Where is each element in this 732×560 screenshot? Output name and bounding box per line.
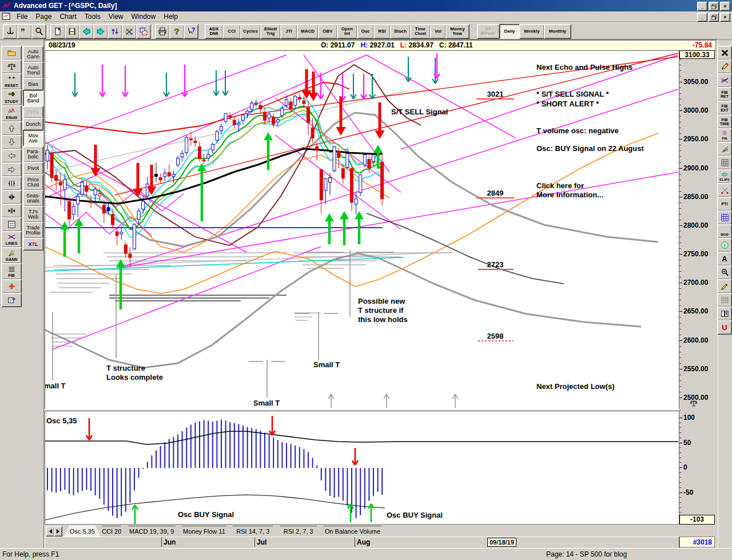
child-close-button[interactable]: × (720, 13, 730, 22)
scales-button[interactable] (1, 59, 22, 74)
tool-auto-gann[interactable]: Auto Gann (23, 46, 43, 62)
quote-button[interactable]: ” (17, 24, 32, 39)
indicator-rsi[interactable]: RSI (373, 24, 391, 39)
period-monthly[interactable]: Monthly (544, 24, 571, 39)
indicator-adx-dmi[interactable]: ADX DMI (205, 24, 223, 39)
tab-scroll-left[interactable] (46, 526, 54, 537)
delete-button[interactable] (122, 24, 137, 39)
report-button[interactable] (717, 307, 732, 321)
tab-rsi-2-7-3[interactable]: RSI 2, 7, 3 (275, 526, 322, 537)
arrow-up-button[interactable] (1, 121, 22, 136)
tab-scroll-right[interactable] (54, 526, 62, 537)
menu-chart[interactable]: Chart (55, 12, 80, 21)
child-restore-button[interactable] (709, 13, 719, 22)
indicator-money-flow[interactable]: Money flow (445, 24, 470, 39)
tab-money-flow-11[interactable]: Money Flow 11 (177, 526, 232, 537)
oscillator-canvas[interactable]: Osc 5,35Osc BUY SignalOsc BUY Signal (45, 411, 679, 525)
menu-window[interactable]: Window (128, 12, 160, 21)
info-button[interactable]: i (717, 238, 732, 252)
print-button[interactable] (155, 24, 170, 39)
bar-spacing-button[interactable] (1, 176, 22, 190)
child-minimize-button[interactable]: _ (697, 13, 707, 22)
arrow-right-button[interactable] (1, 162, 22, 177)
indicator-vol[interactable]: Vol (430, 24, 446, 39)
tool-xtl[interactable]: XTL (23, 238, 43, 251)
bluegrid-button[interactable] (717, 211, 732, 225)
new-page-button[interactable] (50, 24, 65, 39)
switch-button[interactable] (136, 24, 151, 39)
marker-button[interactable] (717, 279, 732, 293)
tool-mov-ave[interactable]: Mov Ave (23, 130, 43, 146)
indicator-macd[interactable]: MACD (297, 24, 319, 39)
close-x-button[interactable] (717, 46, 732, 60)
pins-button[interactable] (717, 183, 732, 197)
tool-bol-band[interactable]: Bol Band (23, 90, 43, 106)
save-button[interactable] (65, 24, 79, 39)
indicator-jti[interactable]: JTI (280, 24, 297, 39)
tool-bias[interactable]: Bias (23, 78, 43, 90)
gann-button[interactable]: GANN (1, 247, 22, 264)
reset-button[interactable]: RESET (1, 73, 22, 90)
fan-button[interactable] (717, 142, 732, 156)
tool-donch[interactable]: Donch (23, 118, 43, 130)
indicator-cycles[interactable]: Cycles (240, 24, 261, 39)
tool-price-clust[interactable]: Price Clust (23, 174, 43, 190)
axis-scales-icon[interactable] (690, 399, 705, 408)
close-button[interactable]: × (720, 2, 730, 11)
indicator-time-clust[interactable]: Time Clust (410, 24, 431, 39)
tool-trade-profile[interactable]: Trade Profile (23, 222, 43, 239)
anchor-button[interactable] (3, 24, 18, 39)
bar-compress-button[interactable] (1, 190, 22, 204)
zoom-in-button[interactable] (717, 265, 732, 280)
tool-tj-s-web[interactable]: TJ's Web (23, 206, 43, 223)
grid2-button[interactable] (717, 156, 732, 170)
menu-help[interactable]: Help (160, 12, 182, 21)
prev-button[interactable] (79, 24, 94, 39)
fib-time-button[interactable]: FIB TIME (717, 114, 732, 129)
lines-button[interactable]: LINES (1, 231, 22, 248)
indicator-osc[interactable]: Osc (357, 24, 374, 39)
find-button[interactable] (31, 24, 46, 39)
indicator-stoch[interactable]: Stoch (390, 24, 411, 39)
minimize-button[interactable]: _ (697, 2, 707, 11)
menu-page[interactable]: Page (31, 12, 55, 21)
tool-auto-trend[interactable]: Auto Trend (23, 62, 43, 78)
tab-cci-20[interactable]: CCI 20 (97, 526, 126, 537)
more-info-link[interactable]: Click here for (536, 181, 584, 190)
indicator-open-int[interactable]: Open Int (337, 24, 357, 39)
mob-button[interactable]: MOB (717, 224, 732, 239)
ellipse-button[interactable]: ELIPS (717, 169, 732, 184)
menu-view[interactable]: View (105, 12, 128, 21)
indicator-obv[interactable]: OBV (318, 24, 337, 39)
tool-delta[interactable]: Delta (23, 106, 43, 118)
fib-ext-button[interactable]: FIB EXT (717, 101, 732, 115)
text-a-button[interactable]: A (717, 252, 732, 266)
open-chart-button[interactable] (1, 46, 22, 60)
tool-seas-onals[interactable]: Seas- onals (23, 190, 43, 206)
arrow-down-button[interactable] (1, 135, 22, 149)
help-button[interactable]: ? (169, 24, 184, 39)
crosshair-button[interactable] (1, 279, 22, 293)
date-box[interactable]: 09/18/19 (487, 538, 516, 547)
refresh-button[interactable] (108, 24, 122, 39)
study-button[interactable]: STUDY (1, 89, 22, 106)
fib-ret-button[interactable]: FIB RET (717, 87, 732, 101)
tool-para-bolic[interactable]: Para- bolic (23, 146, 43, 162)
menu-tools[interactable]: Tools (81, 12, 105, 21)
trendlines-button[interactable] (717, 73, 732, 88)
tab-on-balance-volume[interactable]: On Balance Volume (319, 526, 387, 537)
child-window-icon[interactable] (2, 13, 11, 21)
elliott-button[interactable]: Elliott (1, 105, 22, 122)
tab-osc-5-35[interactable]: Osc 5,35 (64, 526, 101, 537)
pattern-button[interactable] (717, 293, 732, 307)
fib-circle-button[interactable]: FIB (717, 128, 732, 142)
period-daily[interactable]: Daily (499, 24, 520, 39)
export-button[interactable] (1, 293, 22, 307)
tool-pivot[interactable]: Pivot (23, 162, 43, 174)
context-help-button[interactable]: ? (184, 24, 198, 39)
grid-button[interactable] (1, 217, 22, 232)
pti-button[interactable]: PTI (717, 197, 732, 211)
next-button[interactable] (93, 24, 108, 39)
bar-expand-button[interactable] (1, 204, 22, 218)
period-60-minute[interactable]: 60 Minute (477, 24, 500, 39)
